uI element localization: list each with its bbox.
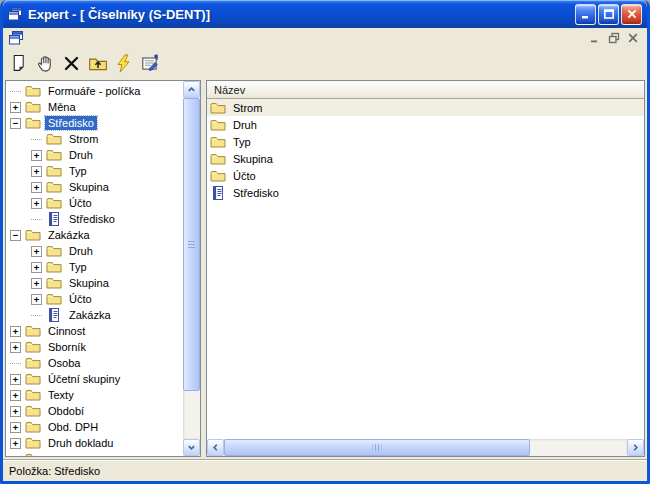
- tree-item[interactable]: + Typ: [6, 163, 183, 179]
- tree-item[interactable]: − Zakázka: [6, 227, 183, 243]
- scroll-down-button[interactable]: [183, 439, 200, 456]
- tree-item[interactable]: Strom: [6, 131, 183, 147]
- expand-icon[interactable]: +: [10, 390, 21, 401]
- tree-item[interactable]: Středisko: [6, 211, 183, 227]
- expand-icon[interactable]: +: [10, 438, 21, 449]
- expand-icon[interactable]: +: [31, 294, 42, 305]
- tree-item[interactable]: + Druh: [6, 147, 183, 163]
- tree-connector: [31, 315, 42, 316]
- properties-icon: [140, 53, 160, 73]
- close-button[interactable]: [621, 4, 642, 25]
- tree-item[interactable]: Osoba: [6, 355, 183, 371]
- expand-icon[interactable]: +: [31, 278, 42, 289]
- list-item[interactable]: Účto: [207, 167, 644, 184]
- delete-button[interactable]: [60, 52, 83, 75]
- hand-icon: [36, 54, 55, 73]
- tree-item-label: Typ: [66, 164, 90, 178]
- expand-icon[interactable]: +: [10, 406, 21, 417]
- tree-item[interactable]: + Cinnost: [6, 323, 183, 339]
- expand-icon[interactable]: +: [31, 150, 42, 161]
- minimize-button[interactable]: [575, 4, 596, 25]
- tree-item[interactable]: + Skupina: [6, 275, 183, 291]
- scroll-thumb[interactable]: [183, 98, 200, 391]
- expand-icon[interactable]: +: [31, 182, 42, 193]
- tree-item[interactable]: + Účetní skupiny: [6, 371, 183, 387]
- list-item[interactable]: Strom: [207, 99, 644, 116]
- properties-button[interactable]: [138, 52, 161, 75]
- tree-item[interactable]: + Sborník: [6, 339, 183, 355]
- expand-icon[interactable]: +: [10, 102, 21, 113]
- tree-item-label: Obd. DPH: [45, 420, 101, 434]
- collapse-icon[interactable]: −: [10, 118, 21, 129]
- tree-item[interactable]: Formuáře - políčka: [6, 83, 183, 99]
- expand-icon[interactable]: +: [31, 198, 42, 209]
- hand-stop-button[interactable]: [34, 52, 57, 75]
- tree-item[interactable]: − Středisko: [6, 115, 183, 131]
- scroll-track[interactable]: [224, 439, 627, 456]
- scroll-up-button[interactable]: [183, 81, 200, 98]
- tree-item[interactable]: + Měna: [6, 99, 183, 115]
- tree-item[interactable]: + Druh: [6, 243, 183, 259]
- folder-icon: [46, 275, 62, 291]
- list-item-label: Středisko: [230, 186, 282, 200]
- new-document-button[interactable]: [8, 52, 31, 75]
- expand-icon[interactable]: +: [10, 326, 21, 337]
- tree-item[interactable]: + Texty: [6, 387, 183, 403]
- scroll-track[interactable]: [183, 98, 200, 439]
- folder-icon: [210, 117, 226, 133]
- folder-icon: [25, 323, 41, 339]
- folder-icon: [210, 134, 226, 150]
- folder-icon: [25, 99, 41, 115]
- column-header-nazev[interactable]: Název: [207, 81, 644, 99]
- mdi-system-menu[interactable]: [8, 30, 24, 46]
- list-horizontal-scrollbar[interactable]: [207, 439, 644, 456]
- expand-icon[interactable]: +: [10, 342, 21, 353]
- list-item[interactable]: Druh: [207, 116, 644, 133]
- tree-item-label: Období: [45, 404, 87, 418]
- tree-item[interactable]: + Účto: [6, 291, 183, 307]
- folder-icon: [46, 163, 62, 179]
- scroll-left-button[interactable]: [207, 439, 224, 456]
- app-window: Expert - [ Číselníky (S-DENT)]: [0, 0, 650, 484]
- expand-icon[interactable]: +: [10, 422, 21, 433]
- list-item[interactable]: Skupina: [207, 150, 644, 167]
- tree-item-label: Zakázka: [45, 228, 93, 242]
- folder-icon: [25, 387, 41, 403]
- lightning-button[interactable]: [112, 52, 135, 75]
- folder-icon: [46, 243, 62, 259]
- mdi-minimize-button[interactable]: [586, 31, 603, 46]
- collapse-icon[interactable]: −: [10, 230, 21, 241]
- tree-item[interactable]: + Účto: [6, 195, 183, 211]
- lightning-icon: [114, 54, 133, 73]
- mdi-menu-row: [3, 28, 647, 48]
- expand-icon[interactable]: +: [10, 374, 21, 385]
- mdi-close-button[interactable]: [624, 31, 641, 46]
- document-icon: [210, 185, 226, 201]
- tree-item[interactable]: + Skupina: [6, 179, 183, 195]
- list-item[interactable]: Typ: [207, 133, 644, 150]
- scroll-right-button[interactable]: [627, 439, 644, 456]
- maximize-button[interactable]: [598, 4, 619, 25]
- list-item-label: Typ: [230, 135, 254, 149]
- mdi-restore-button[interactable]: [605, 31, 622, 46]
- tree-item[interactable]: + Období: [6, 403, 183, 419]
- tree-item[interactable]: + Obd. DPH: [6, 419, 183, 435]
- folder-icon: [25, 355, 41, 371]
- folder-icon: [46, 291, 62, 307]
- list-item[interactable]: Středisko: [207, 184, 644, 201]
- folder-icon: [25, 227, 41, 243]
- expand-icon[interactable]: +: [31, 262, 42, 273]
- tree-item-label: Druh dokladu: [45, 436, 116, 450]
- tree-vertical-scrollbar[interactable]: [183, 81, 200, 456]
- scroll-grip: [188, 241, 195, 249]
- expand-icon[interactable]: +: [31, 246, 42, 257]
- expand-icon[interactable]: +: [31, 166, 42, 177]
- tree-item[interactable]: [6, 451, 183, 456]
- tree-item[interactable]: Zakázka: [6, 307, 183, 323]
- folder-icon: [210, 151, 226, 167]
- tree-item[interactable]: + Typ: [6, 259, 183, 275]
- scroll-thumb[interactable]: [224, 439, 530, 456]
- tree-item[interactable]: + Druh dokladu: [6, 435, 183, 451]
- folder-up-button[interactable]: [86, 52, 109, 75]
- list-item-label: Druh: [230, 118, 260, 132]
